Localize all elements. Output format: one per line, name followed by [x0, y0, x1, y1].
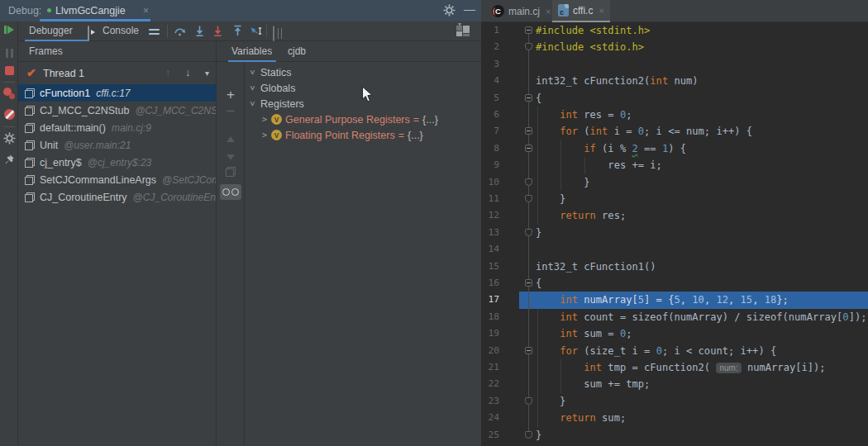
line-number[interactable]: 14: [481, 241, 499, 258]
frame-row[interactable]: cFunction1cffi.c:17: [18, 84, 216, 102]
show-watches-button[interactable]: [217, 184, 245, 200]
move-up-button[interactable]: [217, 136, 245, 142]
code-text: };: [776, 294, 789, 306]
code-line[interactable]: for (size_t i = 0; i < count; i++) {: [481, 343, 868, 359]
stop-icon[interactable]: [0, 66, 18, 75]
pin-icon[interactable]: [0, 154, 18, 165]
frame-row[interactable]: SetCJCommandLineArgs@SetCJCommandLineArg…: [18, 171, 216, 188]
code-line[interactable]: }: [481, 191, 868, 207]
move-down-button[interactable]: [217, 154, 245, 160]
frame-row[interactable]: cj_entry$@cj_entry$:23: [18, 154, 216, 171]
run-to-cursor-icon[interactable]: [250, 25, 264, 40]
pause-icon[interactable]: [0, 46, 18, 61]
line-number[interactable]: 3: [481, 56, 499, 73]
keyword-token: int: [560, 328, 578, 339]
variable-tree-row[interactable]: >VGeneral Purpose Registers={...}: [245, 112, 481, 127]
code-line[interactable]: return sum;: [481, 410, 868, 426]
stack-frame-icon: [25, 175, 35, 185]
code-line[interactable]: for (int i = 0; i <= num; i++) {: [481, 123, 868, 140]
chevron-down-icon[interactable]: >: [248, 69, 257, 77]
code-line[interactable]: sum += tmp;: [481, 376, 868, 392]
tab-main-cj[interactable]: C main.cj ×: [486, 0, 556, 22]
divider: [3, 82, 15, 83]
code-text: ;: [626, 328, 632, 339]
grid-icon[interactable]: [273, 26, 274, 41]
resume-icon[interactable]: [0, 26, 18, 34]
code-text: numArray[: [578, 294, 638, 306]
frame-row[interactable]: Unit@user.main:21: [18, 136, 216, 154]
tab-variables[interactable]: Variables: [231, 41, 272, 62]
code-text: ; i < count; i++) {: [662, 345, 776, 357]
step-over-icon[interactable]: [174, 25, 186, 40]
code-line[interactable]: int numArray[5] = {5, 10, 12, 15, 18};: [481, 292, 868, 308]
debug-label: Debug:: [8, 5, 41, 17]
step-out-icon[interactable]: [231, 25, 244, 40]
code-text: ,: [680, 294, 693, 306]
keyword-token: int: [650, 75, 668, 87]
code-line[interactable]: res += i;: [481, 157, 868, 173]
navigate-down-icon[interactable]: ↓: [185, 66, 191, 78]
chevron-right-icon[interactable]: >: [260, 115, 269, 124]
code-line[interactable]: }: [481, 393, 868, 410]
tab-cffi-c[interactable]: c cffi.c ×: [552, 0, 610, 22]
code-line[interactable]: #include <stdio.h>: [481, 39, 868, 55]
code-line[interactable]: {: [481, 90, 868, 107]
thread-selector[interactable]: ✔ Thread 1 ↑ ↓ ▾: [18, 64, 216, 83]
code-line[interactable]: return res;: [481, 207, 868, 224]
number-token: 0: [656, 345, 662, 357]
force-step-into-icon[interactable]: [212, 25, 224, 40]
minimize-icon[interactable]: —: [463, 2, 476, 16]
code-text: (i %: [596, 143, 632, 154]
code-text: numArray[i]);: [742, 362, 826, 373]
thread-dropdown-icon[interactable]: ▾: [205, 69, 209, 78]
mute-breakpoints-icon[interactable]: [0, 109, 18, 120]
code-line[interactable]: {: [481, 275, 868, 292]
settings-gear-icon[interactable]: [0, 132, 18, 145]
gear-icon[interactable]: [443, 4, 455, 17]
tab-cjdb[interactable]: cjdb: [288, 41, 306, 62]
frame-row[interactable]: CJ_CoroutineEntry@CJ_CoroutineEntry:7: [18, 188, 216, 206]
equals-sign: =: [413, 114, 419, 126]
close-icon[interactable]: ×: [599, 6, 603, 16]
run-config-name: LlvmGcCangjie: [55, 5, 126, 17]
chevron-right-icon[interactable]: >: [260, 130, 269, 140]
variable-tree-row[interactable]: >VFloating Point Registers={...}: [245, 127, 481, 143]
tab-console[interactable]: Console: [103, 25, 139, 36]
code-line[interactable]: int tmp = cFunction2( num: numArray[i]);: [481, 359, 868, 376]
close-icon[interactable]: ×: [143, 5, 149, 17]
code-line[interactable]: #include <stdint.h>: [481, 22, 868, 39]
layout-options-icon[interactable]: [149, 26, 160, 37]
tab-debugger[interactable]: Debugger: [29, 25, 73, 36]
variable-tree-row[interactable]: >Statics: [245, 64, 481, 80]
duplicate-icon[interactable]: [217, 167, 245, 177]
code-line[interactable]: }: [481, 427, 868, 444]
frame-row[interactable]: CJ_MCC_C2NStub@CJ_MCC_C2NStub:7: [18, 102, 216, 119]
code-line[interactable]: int32_t cFunction1(): [481, 259, 868, 275]
code-line[interactable]: int res = 0;: [481, 107, 868, 123]
code-text: i =: [608, 126, 637, 137]
code-line[interactable]: int sum = 0;: [481, 325, 868, 342]
remove-watch-button[interactable]: −: [217, 103, 245, 120]
add-watch-button[interactable]: +: [217, 87, 245, 103]
debugger-toolbar: Debugger Console ▾: [18, 21, 481, 41]
code-line[interactable]: int count = sizeof(numArray) / sizeof(nu…: [481, 309, 868, 325]
frame-function-name: CJ_CoroutineEntry: [40, 192, 127, 203]
chevron-down-icon[interactable]: >: [248, 84, 257, 93]
code-editor[interactable]: 1#include <stdint.h>2#include <stdio.h>3…: [481, 22, 868, 446]
code-line[interactable]: int32_t cFunction2(int num): [481, 73, 868, 89]
code-text: ; i <= num; i++) {: [644, 126, 752, 137]
frame-row[interactable]: default::main()main.cj:9: [18, 119, 216, 136]
code-line[interactable]: if (i % 2 == 1) {: [481, 140, 868, 157]
step-into-icon[interactable]: [193, 25, 206, 40]
navigate-up-icon[interactable]: ↑: [165, 66, 171, 78]
code-line[interactable]: }: [481, 225, 868, 241]
code-text: {: [536, 278, 541, 289]
code-line[interactable]: }: [481, 174, 868, 191]
close-icon[interactable]: ×: [546, 7, 551, 17]
view-breakpoints-icon[interactable]: [0, 88, 18, 99]
chevron-down-icon[interactable]: >: [248, 100, 257, 108]
run-config-tab[interactable]: LlvmGcCangjie ×: [40, 0, 150, 21]
code-text: ,: [752, 294, 765, 306]
editor-tabstrip: C main.cj × c cffi.c ×: [481, 0, 868, 22]
code-text: sum;: [596, 412, 626, 424]
